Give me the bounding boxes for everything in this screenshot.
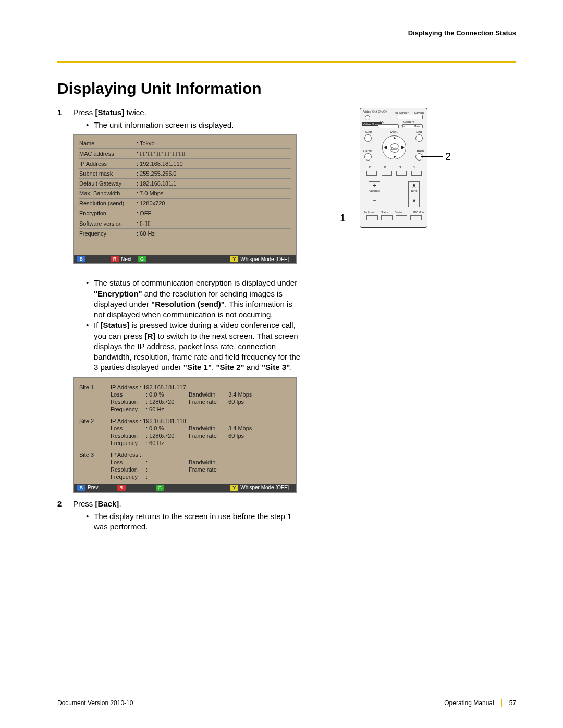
site-2-block: Site 2IP Address : 192.168.181.118 Loss:…	[79, 415, 291, 449]
site-1-block: Site 1IP Address : 192.168.181.117 Loss:…	[79, 381, 291, 415]
r-key: R	[117, 485, 126, 491]
value: : 60 Hz	[146, 406, 189, 412]
r-button	[382, 171, 392, 176]
value: : ▯.▯▯	[137, 220, 291, 227]
label: Frequency	[79, 230, 137, 237]
value: : 1280x720	[146, 399, 189, 405]
label: Resolution	[111, 399, 146, 405]
label: Home	[363, 149, 372, 152]
label: Loss	[111, 391, 146, 398]
label: Frequency	[111, 474, 146, 480]
text-bold: "Site 1"	[183, 363, 212, 372]
label: MIC Mute	[413, 211, 424, 214]
value: : OFF	[137, 210, 291, 216]
value: : 0.0 %	[146, 425, 189, 431]
value: : 7.0 Mbps	[137, 190, 291, 196]
y-key-label: Whisper Mode [OFF]	[240, 485, 289, 490]
step-1: 1 Press [Status] twice.	[57, 108, 302, 117]
label: Resolution	[111, 433, 146, 439]
text-bold: "Site 3"	[262, 363, 290, 372]
back-button-callout-target	[415, 153, 423, 161]
value: : 60 fps	[225, 399, 291, 405]
label: Name	[79, 140, 137, 146]
table-row: Subnet mask: 255.255.255.0	[79, 169, 291, 179]
value: : 3.4 Mbps	[225, 425, 291, 431]
value: : 255.255.255.0	[137, 170, 291, 177]
text-bold: [Back]	[95, 499, 119, 508]
label: G	[399, 166, 401, 169]
unit-info-screenshot: Name: Tokyo MAC address: ▯▯:▯▯:▯▯:▯▯:▯▯:…	[73, 134, 297, 264]
label: Max. Bandwidth	[79, 190, 137, 196]
label: Multicast	[364, 211, 375, 214]
table-row: Default Gateway: 192.168.181.1	[79, 179, 291, 189]
label: Full Screen	[394, 111, 409, 114]
value: : 3.4 Mbps	[225, 391, 291, 398]
manual-title: Operating Manual	[444, 699, 494, 707]
ip: IP Address : 192.168.181.117	[111, 384, 186, 390]
page-title: Displaying Unit Information	[57, 80, 516, 97]
callout-1: 1	[340, 212, 346, 224]
table-row: MAC address: ▯▯:▯▯:▯▯:▯▯:▯▯:▯▯	[79, 149, 291, 159]
table-row: Name: Tokyo	[79, 139, 291, 149]
y-key: Y	[230, 485, 238, 491]
step-1-number: 1	[57, 108, 73, 117]
label: Frame rate	[189, 399, 225, 405]
value: : 192.168.181.1	[137, 180, 291, 187]
text-bold: [Status]	[95, 108, 125, 117]
r-key: R	[111, 256, 119, 262]
label: IP Address	[79, 161, 137, 167]
page-footer: Document Version 2010-10 Operating Manua…	[57, 699, 516, 707]
label: Main	[414, 125, 420, 128]
label: MAC address	[79, 151, 137, 157]
label: Subnet mask	[79, 170, 137, 177]
remote-illustration: Video Out On/Off Full Screen Layout PC C…	[328, 108, 464, 233]
y-key: Y	[230, 256, 238, 262]
text: and	[244, 363, 262, 372]
label: Video Out On/Off	[363, 110, 387, 113]
volume-control: + Volume −	[369, 181, 380, 207]
label: Status	[381, 211, 388, 214]
label: Bandwidth	[189, 391, 225, 398]
label: Sub	[401, 125, 406, 128]
value: : Tokyo	[137, 140, 291, 146]
r-key-label: Next	[121, 256, 132, 262]
step-2-bullet: The display returns to the screen in use…	[86, 511, 302, 533]
step-1-bullet: The unit information screen is displayed…	[86, 120, 302, 130]
text: The status of communication encryption i…	[94, 278, 297, 287]
b-button	[366, 171, 377, 176]
text-bold: [Status]	[101, 320, 130, 329]
b-key: B	[77, 256, 85, 262]
text: .	[290, 363, 292, 372]
text-bold: [R]	[145, 331, 156, 340]
step-2-number: 2	[57, 499, 73, 508]
label: Encryption	[79, 210, 137, 216]
text: twice.	[124, 108, 146, 117]
note-encryption: The status of communication encryption i…	[86, 278, 302, 320]
label: Loss	[111, 425, 146, 431]
value: : 0.0 %	[146, 391, 189, 398]
enter-button: Enter	[390, 143, 399, 153]
label: Resolution	[111, 466, 146, 473]
header-section-title: Displaying the Connection Status	[408, 29, 516, 37]
header-rule	[57, 61, 516, 63]
site-info-screenshot: Site 1IP Address : 192.168.181.117 Loss:…	[73, 377, 297, 493]
b-key: B	[77, 485, 85, 491]
value: :	[225, 459, 291, 465]
label: R	[384, 166, 386, 169]
tone-control: ∧ Tone ∨	[408, 181, 420, 207]
text-bold: "Site 2"	[216, 363, 244, 372]
label: Resolution (send)	[79, 200, 137, 206]
label: End	[416, 130, 422, 133]
table-row: Frequency: 60 Hz	[79, 229, 291, 238]
value: :	[225, 466, 291, 473]
value: :	[146, 466, 189, 473]
label: Loss	[111, 459, 146, 465]
y-key-label: Whisper Mode [OFF]	[240, 256, 289, 262]
note-status-twice: If [Status] is pressed twice during a vi…	[86, 320, 302, 373]
table-row: Resolution (send): 1280x720	[79, 199, 291, 208]
label: Start	[365, 130, 372, 133]
text-bold: "Encryption"	[94, 289, 142, 298]
value: : 60 fps	[225, 433, 291, 439]
text: Press	[73, 499, 95, 508]
footer-separator	[501, 699, 502, 707]
